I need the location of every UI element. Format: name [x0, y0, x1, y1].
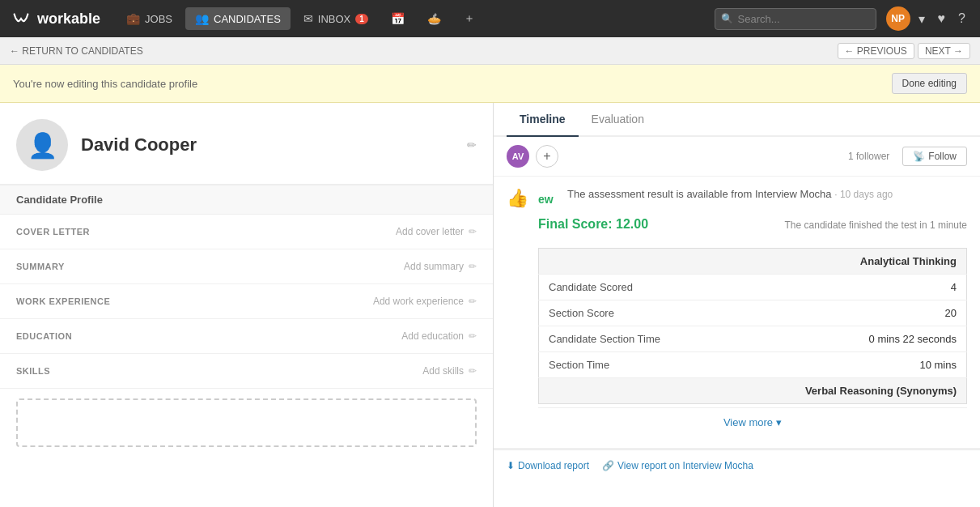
- education-label: EDUCATION: [16, 331, 72, 341]
- work-experience-label: WORK EXPERIENCE: [16, 296, 110, 306]
- verbal-reasoning-label: Verbal Reasoning (Synonyms): [539, 378, 967, 404]
- nav-inbox[interactable]: ✉ INBOX 1: [294, 7, 378, 30]
- add-skills-link[interactable]: Add skills: [422, 365, 464, 377]
- analytical-thinking-label: Analytical Thinking: [539, 249, 967, 275]
- search-input[interactable]: [715, 8, 876, 30]
- work-experience-actions: Add work experience ✏: [373, 296, 477, 307]
- assessment-title-group: The assessment result is available from …: [567, 188, 893, 200]
- next-button[interactable]: NEXT →: [918, 43, 970, 59]
- av-badge: AV: [507, 145, 529, 168]
- final-score-line: Final Score: 12.00 The candidate finishe…: [538, 214, 967, 238]
- cover-letter-actions: Add cover letter ✏: [396, 226, 477, 237]
- search-icon: 🔍: [721, 13, 733, 24]
- edit-notice-bar: You're now editing this candidate profil…: [0, 65, 980, 103]
- candidate-section-time-value: 0 mins 22 seconds: [774, 326, 967, 352]
- cover-letter-edit-icon[interactable]: ✏: [469, 226, 477, 237]
- interview-mocha-logo: ew: [538, 188, 561, 211]
- thumbs-up-icon: 👍: [507, 188, 528, 437]
- heart-icon[interactable]: ♥: [933, 6, 951, 31]
- sub-navigation: ← RETURN TO CANDIDATES ← PREVIOUS NEXT →: [0, 37, 980, 65]
- view-more-link[interactable]: View more ▾: [723, 416, 782, 428]
- work-experience-row: WORK EXPERIENCE Add work experience ✏: [0, 284, 493, 319]
- section-time-label: Section Time: [539, 352, 774, 378]
- people-icon: 👥: [195, 12, 209, 25]
- top-navigation: workable 💼 JOBS 👥 CANDIDATES ✉ INBOX 1 📅…: [0, 0, 980, 37]
- previous-button[interactable]: ← PREVIOUS: [838, 43, 914, 59]
- mocha-logo-svg: ew: [538, 190, 561, 208]
- tab-timeline[interactable]: Timeline: [507, 103, 579, 137]
- table-row: Candidate Scored 4: [539, 275, 967, 300]
- right-footer: ⬇ Download report 🔗 View report on Inter…: [494, 449, 980, 481]
- view-more-row: View more ▾: [538, 407, 967, 437]
- final-score: Final Score: 12.00: [538, 217, 648, 232]
- briefcase-icon: 💼: [126, 12, 140, 25]
- avatar-person-icon: 👤: [28, 131, 57, 160]
- assessment-header: ew The assessment result is available fr…: [538, 188, 967, 211]
- section-score-label: Section Score: [539, 300, 774, 326]
- table-row: Candidate Section Time 0 mins 22 seconds: [539, 326, 967, 352]
- follower-count: 1 follower: [565, 151, 889, 162]
- analytical-thinking-header: Analytical Thinking: [539, 249, 967, 275]
- chart-icon: 🥧: [427, 12, 441, 25]
- done-editing-button[interactable]: Done editing: [892, 73, 967, 94]
- profile-section-header: Candidate Profile: [0, 185, 493, 215]
- tab-evaluation[interactable]: Evaluation: [579, 103, 657, 137]
- time-ago: · 10 days ago: [834, 189, 893, 200]
- add-work-experience-link[interactable]: Add work experience: [373, 296, 464, 307]
- summary-actions: Add summary ✏: [404, 261, 477, 272]
- avatar: 👤: [16, 119, 68, 171]
- skills-label: SKILLS: [16, 366, 50, 376]
- nav-chart[interactable]: 🥧: [418, 7, 451, 30]
- assessment-title: The assessment result is available from …: [567, 188, 893, 200]
- skills-edit-icon[interactable]: ✏: [469, 365, 477, 377]
- logo-text: workable: [37, 11, 100, 28]
- add-cover-letter-link[interactable]: Add cover letter: [396, 226, 464, 237]
- nav-plus[interactable]: ＋: [454, 6, 485, 31]
- follow-button[interactable]: 📡 Follow: [902, 147, 967, 166]
- cover-letter-label: COVER LETTER: [16, 227, 90, 236]
- calendar-icon: 📅: [391, 12, 405, 25]
- work-experience-edit-icon[interactable]: ✏: [469, 296, 477, 307]
- cover-letter-row: COVER LETTER Add cover letter ✏: [0, 215, 493, 249]
- add-participant-button[interactable]: +: [536, 145, 558, 168]
- svg-text:ew: ew: [538, 193, 554, 206]
- user-avatar-button[interactable]: NP: [886, 6, 910, 31]
- help-icon[interactable]: ?: [953, 6, 970, 31]
- main-content: 👤 David Cooper ✏ Candidate Profile COVER…: [0, 103, 980, 507]
- candidate-header: 👤 David Cooper ✏: [0, 103, 493, 185]
- verbal-reasoning-header: Verbal Reasoning (Synonyms): [539, 378, 967, 404]
- tabs: Timeline Evaluation: [494, 103, 980, 137]
- plus-icon: ＋: [464, 11, 475, 26]
- left-panel: 👤 David Cooper ✏ Candidate Profile COVER…: [0, 103, 494, 507]
- edit-notice-text: You're now editing this candidate profil…: [13, 78, 197, 90]
- skills-actions: Add skills ✏: [422, 365, 477, 377]
- table-row: Section Time 10 mins: [539, 352, 967, 378]
- edit-pencil-icon[interactable]: ✏: [467, 138, 477, 151]
- summary-edit-icon[interactable]: ✏: [469, 261, 477, 272]
- table-row: Section Score 20: [539, 300, 967, 326]
- section-time-value: 10 mins: [774, 352, 967, 378]
- add-summary-link[interactable]: Add summary: [404, 261, 464, 272]
- prev-next-navigation: ← PREVIOUS NEXT →: [838, 43, 970, 59]
- workable-logo-icon: [10, 7, 32, 30]
- view-report-link[interactable]: 🔗 View report on Interview Mocha: [602, 460, 753, 471]
- download-report-link[interactable]: ⬇ Download report: [507, 460, 589, 471]
- external-link-icon: 🔗: [602, 460, 614, 471]
- nav-jobs[interactable]: 💼 JOBS: [117, 7, 182, 30]
- logo-area[interactable]: workable: [10, 7, 100, 30]
- add-education-link[interactable]: Add education: [401, 330, 464, 342]
- timeline-toolbar: AV + 1 follower 📡 Follow: [494, 137, 980, 177]
- dropdown-arrow-icon[interactable]: ▾: [914, 6, 930, 32]
- education-actions: Add education ✏: [401, 330, 477, 342]
- nav-candidates[interactable]: 👥 CANDIDATES: [185, 7, 291, 30]
- education-edit-icon[interactable]: ✏: [469, 330, 477, 342]
- back-to-candidates-link[interactable]: ← RETURN TO CANDIDATES: [10, 45, 143, 57]
- section-score-value: 20: [774, 300, 967, 326]
- nav-calendar[interactable]: 📅: [381, 7, 414, 30]
- test-time-note: The candidate finished the test in 1 min…: [785, 219, 967, 231]
- candidate-section-time-label: Candidate Section Time: [539, 326, 774, 352]
- candidate-scored-label: Candidate Scored: [539, 275, 774, 300]
- download-icon: ⬇: [507, 460, 515, 471]
- rss-icon: 📡: [913, 151, 925, 162]
- candidate-scored-value: 4: [774, 275, 967, 300]
